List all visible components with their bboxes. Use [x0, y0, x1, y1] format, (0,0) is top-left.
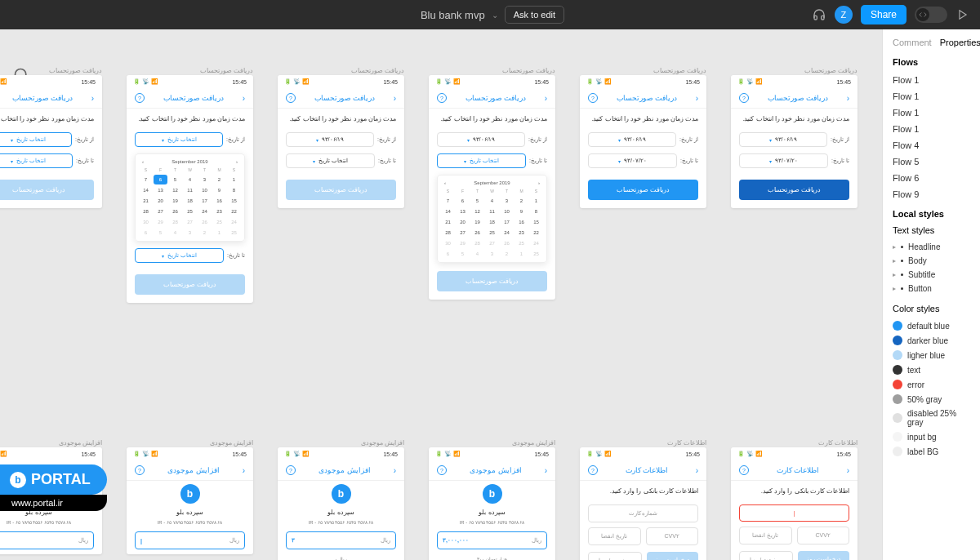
avatar[interactable]: Z	[835, 6, 853, 24]
flow-item[interactable]: Flow 4	[893, 137, 970, 153]
text-style-item[interactable]: ▸Button	[893, 282, 970, 296]
date-input[interactable]: ۹۳/۰۶/۱۹▾	[437, 132, 525, 147]
submit-button[interactable]: دریافت صورتحساب	[437, 271, 547, 291]
headphones-icon[interactable]	[812, 7, 826, 22]
bal-frame[interactable]: 15:45📶 📡 🔋‹افزایش موجودی?bسپرده بلوIR - …	[127, 447, 253, 554]
back-icon[interactable]: ‹	[243, 94, 245, 103]
flow-item[interactable]: Flow 1	[893, 121, 970, 137]
frame-label[interactable]: اطلاعات کارت	[580, 439, 706, 447]
card-number-input[interactable]: شماره کارت	[588, 504, 698, 522]
card-number-input[interactable]: |	[739, 504, 849, 522]
request-pass-button[interactable]: درخواست رمز دوم پویا	[798, 551, 850, 560]
play-icon[interactable]	[956, 7, 970, 22]
frame-label[interactable]: افزایش موجودی	[0, 439, 102, 447]
submit-button[interactable]: دریافت صورتحساب	[0, 180, 94, 200]
help-icon[interactable]: ?	[437, 93, 447, 103]
cal-prev[interactable]: ‹	[236, 159, 238, 164]
tab-properties[interactable]: Properties	[940, 38, 980, 47]
back-icon[interactable]: ‹	[243, 466, 245, 475]
date-input[interactable]: ۹۳/۰۶/۱۹▾	[588, 132, 676, 147]
flow-item[interactable]: Flow 1	[893, 72, 970, 88]
back-icon[interactable]: ‹	[847, 466, 849, 475]
cal-prev[interactable]: ‹	[538, 180, 540, 185]
card-frame[interactable]: 15:45📶 📡 🔋‹اطلاعات کارت?اطلاعات کارت بان…	[580, 447, 706, 560]
frame-label[interactable]: دریافت صورتحساب	[278, 67, 404, 74]
help-icon[interactable]: ?	[286, 465, 296, 475]
submit-button[interactable]: دریافت صورتحساب	[739, 180, 849, 200]
flow-item[interactable]: Flow 1	[893, 104, 970, 121]
date-input[interactable]: ۹۳/۰۶/۱۹▾	[286, 132, 374, 147]
date-input[interactable]: انتخاب تاریخ▾	[135, 132, 223, 147]
back-icon[interactable]: ‹	[696, 94, 698, 103]
text-style-item[interactable]: ▸Body	[893, 254, 970, 268]
back-icon[interactable]: ‹	[545, 94, 547, 103]
chevron-down-icon[interactable]: ⌄	[492, 11, 498, 20]
submit-button[interactable]: دریافت صورتحساب	[588, 180, 698, 200]
back-icon[interactable]: ‹	[545, 466, 547, 475]
flow-item[interactable]: Flow 5	[893, 153, 970, 170]
amount-input[interactable]: ریال۳,۰۰۰,۰۰۰	[437, 531, 547, 549]
color-style-item[interactable]: disabled 25% gray	[893, 407, 970, 429]
calendar[interactable]: ‹September 2019›SMTWTFS12345678910111213…	[135, 153, 245, 242]
color-style-item[interactable]: input bg	[893, 429, 970, 444]
expiry-input[interactable]: تاریخ انقضا	[588, 527, 641, 545]
back-icon[interactable]: ‹	[394, 466, 396, 475]
statement-frame[interactable]: 15:45📶 📡 🔋‹دریافت صورتحساب?مدت زمان مورد…	[0, 75, 102, 208]
date-input[interactable]: ۹۳/۰۷/۲۰▾	[588, 153, 677, 168]
color-style-item[interactable]: ligher blue	[893, 348, 970, 362]
file-title[interactable]: Blu bank mvp	[421, 9, 485, 21]
back-icon[interactable]: ‹	[394, 94, 396, 103]
color-style-item[interactable]: text	[893, 362, 970, 377]
flow-item[interactable]: Flow 6	[893, 170, 970, 186]
statement-frame[interactable]: 15:45📶 📡 🔋‹دریافت صورتحساب?مدت زمان مورد…	[429, 75, 555, 300]
canvas[interactable]: دریافت صورتحساب15:45📶 📡 🔋‹دریافت صورتحسا…	[0, 29, 882, 560]
cal-next[interactable]: ›	[142, 159, 144, 164]
tab-comment[interactable]: Comment	[893, 38, 932, 47]
date-input[interactable]: انتخاب تاریخ▾	[437, 153, 526, 168]
flow-item[interactable]: Flow 1	[893, 88, 970, 104]
frame-label[interactable]: اطلاعات کارت	[731, 439, 858, 447]
request-pass-button[interactable]: درخواست رمز دوم پویا	[647, 552, 699, 560]
frame-label[interactable]: افزایش موجودی	[429, 439, 555, 447]
statement-frame[interactable]: 15:45📶 📡 🔋‹دریافت صورتحساب?مدت زمان مورد…	[127, 75, 253, 303]
frame-label[interactable]: دریافت صورتحساب	[429, 67, 555, 74]
back-icon[interactable]: ‹	[91, 94, 94, 103]
date-input[interactable]: انتخاب تاریخ▾	[0, 153, 73, 168]
ask-to-edit-button[interactable]: Ask to edit	[505, 6, 564, 24]
amount-input[interactable]: ریال|	[0, 531, 94, 549]
amount-input[interactable]: ریال۳	[286, 531, 396, 549]
color-style-item[interactable]: default blue	[893, 318, 970, 333]
expiry-input[interactable]: تاریخ انقضا	[739, 527, 792, 544]
cvv-input[interactable]: CVV۲	[646, 527, 699, 545]
pass-input[interactable]: رمز دوم / پویا	[588, 552, 642, 560]
color-style-item[interactable]: darker blue	[893, 333, 970, 348]
share-button[interactable]: Share	[861, 5, 906, 24]
help-icon[interactable]: ?	[135, 465, 145, 475]
statement-frame[interactable]: 15:45📶 📡 🔋‹دریافت صورتحساب?مدت زمان مورد…	[278, 75, 404, 208]
statement-frame[interactable]: 15:45📶 📡 🔋‹دریافت صورتحساب?مدت زمان مورد…	[580, 75, 706, 208]
back-icon[interactable]: ‹	[847, 94, 849, 103]
bal-frame[interactable]: 15:45📶 📡 🔋‹افزایش موجودی?bسپرده بلوIR - …	[429, 447, 555, 560]
date-input[interactable]: ۹۳/۰۶/۱۹▾	[739, 132, 827, 147]
calendar[interactable]: ‹September 2019›SMTWTFS12345678910111213…	[437, 175, 547, 263]
card-frame[interactable]: 15:45📶 📡 🔋‹اطلاعات کارت?اطلاعات کارت بان…	[731, 447, 858, 560]
statement-frame[interactable]: 15:45📶 📡 🔋‹دریافت صورتحساب?مدت زمان مورد…	[731, 75, 858, 208]
flow-item[interactable]: Flow 9	[893, 186, 970, 202]
bal-frame[interactable]: 15:45📶 📡 🔋‹افزایش موجودی?bسپرده بلوIR - …	[278, 447, 404, 560]
pass-input[interactable]: رمز دوم / پویا	[739, 551, 793, 560]
submit-button[interactable]: دریافت صورتحساب	[286, 180, 396, 200]
back-icon[interactable]: ‹	[696, 466, 698, 475]
text-style-item[interactable]: ▸Headline	[893, 240, 970, 254]
text-style-item[interactable]: ▸Subtitle	[893, 268, 970, 282]
dev-mode-toggle[interactable]	[915, 7, 947, 23]
date-input[interactable]: ۹۳/۰۷/۲۰▾	[739, 153, 828, 168]
frame-label[interactable]: افزایش موجودی	[127, 439, 253, 447]
frame-label[interactable]: دریافت صورتحساب	[0, 67, 102, 74]
help-icon[interactable]: ?	[739, 93, 749, 103]
help-icon[interactable]: ?	[135, 93, 145, 103]
frame-label[interactable]: دریافت صورتحساب	[127, 67, 253, 74]
frame-label[interactable]: دریافت صورتحساب	[580, 67, 706, 74]
help-icon[interactable]: ?	[739, 465, 749, 475]
color-style-item[interactable]: 50% gray	[893, 392, 970, 407]
date-input[interactable]: انتخاب تاریخ▾	[286, 153, 375, 168]
